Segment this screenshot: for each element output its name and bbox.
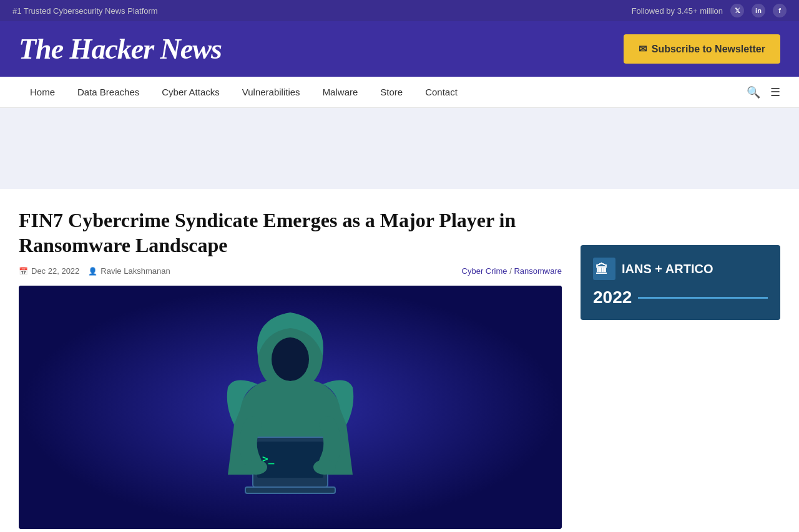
- top-bar: #1 Trusted Cybersecurity News Platform F…: [0, 0, 799, 21]
- nav-item-contact[interactable]: Contact: [414, 77, 469, 107]
- ad-logo-text: IANS + ARTICO: [622, 262, 713, 276]
- article-categories: Cyber Crime / Ransomware: [462, 266, 562, 276]
- sidebar-ad: 🏛 IANS + ARTICO 2022: [581, 245, 780, 320]
- tagline: #1 Trusted Cybersecurity News Platform: [12, 6, 158, 16]
- sidebar: 🏛 IANS + ARTICO 2022: [581, 208, 780, 529]
- nav-item-data-breaches[interactable]: Data Breaches: [66, 77, 150, 107]
- svg-point-1: [272, 337, 309, 381]
- svg-text:🏛: 🏛: [596, 262, 608, 276]
- article-section: FIN7 Cybercrime Syndicate Emerges as a M…: [19, 208, 562, 529]
- subscribe-button[interactable]: ✉ Subscribe to Newsletter: [624, 34, 780, 64]
- ad-logo-row: 🏛 IANS + ARTICO: [593, 258, 768, 280]
- sidebar-ad-inner: 🏛 IANS + ARTICO 2022: [581, 245, 780, 320]
- search-icon[interactable]: 🔍: [747, 85, 760, 99]
- category-cyber-crime[interactable]: Cyber Crime: [462, 266, 507, 276]
- article-hero-image: >_: [19, 286, 562, 529]
- article-author: 👤 Ravie Lakshmanan: [88, 266, 170, 276]
- nav-links: Home Data Breaches Cyber Attacks Vulnera…: [19, 77, 469, 107]
- ad-banner: [0, 108, 799, 189]
- navigation: Home Data Breaches Cyber Attacks Vulnera…: [0, 77, 799, 108]
- article-meta-left: 📅 Dec 22, 2022 👤 Ravie Lakshmanan: [19, 266, 170, 276]
- header: The Hacker News ✉ Subscribe to Newslette…: [0, 21, 799, 77]
- facebook-icon[interactable]: f: [773, 4, 787, 17]
- followers-text: Followed by 3.45+ million: [632, 6, 723, 16]
- svg-point-7: [313, 460, 336, 475]
- svg-point-6: [245, 460, 267, 475]
- twitter-icon[interactable]: 𝕏: [730, 4, 744, 17]
- nav-item-cyber-attacks[interactable]: Cyber Attacks: [150, 77, 231, 107]
- nav-item-vulnerabilities[interactable]: Vulnerabilities: [231, 77, 311, 107]
- svg-rect-5: [245, 487, 335, 493]
- article-title: FIN7 Cybercrime Syndicate Emerges as a M…: [19, 208, 562, 258]
- author-icon: 👤: [88, 267, 97, 276]
- article-meta: 📅 Dec 22, 2022 👤 Ravie Lakshmanan Cyber …: [19, 266, 562, 276]
- category-ransomware[interactable]: Ransomware: [514, 266, 562, 276]
- menu-icon[interactable]: ☰: [770, 85, 780, 99]
- site-title[interactable]: The Hacker News: [19, 32, 222, 65]
- ad-logo-icon: 🏛: [593, 258, 615, 280]
- top-bar-right: Followed by 3.45+ million 𝕏 in f: [632, 4, 787, 17]
- main-container: FIN7 Cybercrime Syndicate Emerges as a M…: [0, 189, 799, 529]
- calendar-icon: 📅: [19, 267, 28, 276]
- article-date: 📅 Dec 22, 2022: [19, 266, 79, 276]
- nav-item-store[interactable]: Store: [369, 77, 414, 107]
- nav-item-malware[interactable]: Malware: [311, 77, 370, 107]
- ad-year-line: [638, 297, 768, 299]
- envelope-icon: ✉: [639, 43, 647, 55]
- hacker-figure: >_: [172, 300, 409, 515]
- linkedin-icon[interactable]: in: [752, 4, 765, 17]
- ad-year: 2022: [593, 288, 768, 307]
- nav-item-home[interactable]: Home: [19, 77, 66, 107]
- nav-right: 🔍 ☰: [747, 85, 780, 99]
